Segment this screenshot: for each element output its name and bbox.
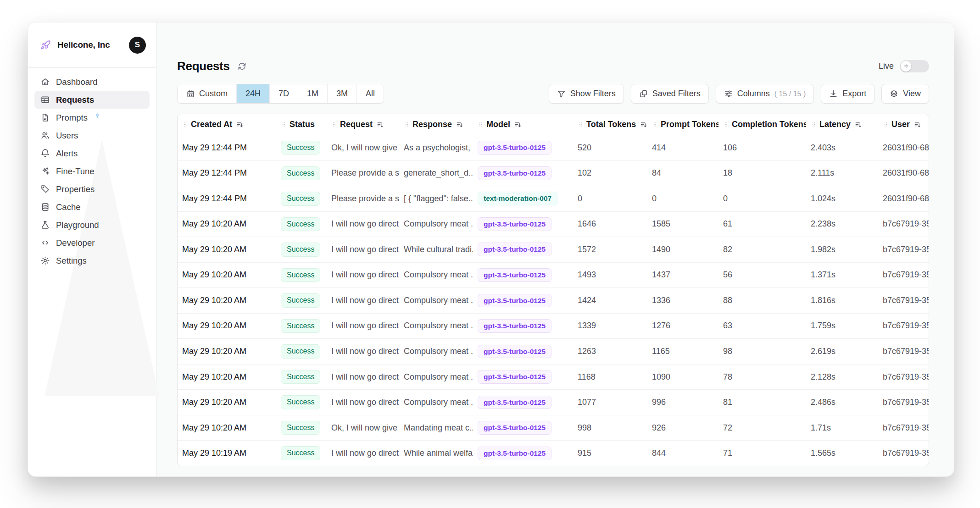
drag-handle-icon[interactable] (281, 121, 287, 127)
table-row[interactable]: May 29 12:44 PMSuccessOk, I will now giv… (178, 135, 929, 161)
sidebar-item-properties[interactable]: Properties (34, 180, 150, 198)
live-toggle[interactable] (900, 60, 929, 72)
cell-created-at: May 29 12:44 PM (178, 161, 276, 186)
cell-completion-tokens: 78 (718, 364, 806, 390)
cell-prompt-tokens: 0 (647, 186, 718, 211)
cell-completion-tokens: 98 (718, 339, 806, 364)
sidebar-item-alerts[interactable]: Alerts (34, 144, 150, 162)
cell-completion-tokens: 106 (718, 135, 806, 160)
show-filters-button[interactable]: Show Filters (549, 84, 624, 104)
drag-handle-icon[interactable] (883, 121, 889, 127)
sort-icon[interactable] (855, 121, 862, 128)
cell-response: Compulsory meat ... (399, 263, 473, 288)
sort-icon[interactable] (236, 121, 244, 128)
table-row[interactable]: May 29 12:44 PMSuccessPlease provide a s… (178, 161, 929, 187)
sort-icon[interactable] (456, 121, 463, 128)
table-row[interactable]: May 29 10:20 AMSuccessI will now go dire… (178, 364, 929, 390)
cell-response: generate_short_d... (399, 161, 473, 186)
column-header-created-at[interactable]: Created At (178, 114, 276, 135)
cell-created-at: May 29 10:20 AM (178, 339, 276, 364)
table-header-row: Created AtStatusRequestResponseModelTota… (178, 114, 929, 135)
sidebar-item-playground[interactable]: Playground (34, 216, 150, 234)
sidebar-item-users[interactable]: Users (34, 127, 150, 144)
table-row[interactable]: May 29 10:20 AMSuccessI will now go dire… (178, 263, 929, 288)
range-custom-button[interactable]: Custom (178, 84, 237, 103)
table-row[interactable]: May 29 10:20 AMSuccessI will now go dire… (178, 288, 929, 314)
sort-icon[interactable] (514, 121, 522, 128)
cell-model: gpt-3.5-turbo-0125 (473, 288, 573, 313)
cell-status: Success (276, 364, 327, 390)
cell-response: Compulsory meat ... (399, 288, 473, 313)
cell-total-tokens: 1263 (573, 339, 647, 364)
sidebar-item-fine-tune[interactable]: Fine-Tune (34, 162, 150, 180)
cell-request: I will now go direct... (327, 390, 399, 415)
cell-latency: 2.238s (806, 212, 878, 237)
column-header-request[interactable]: Request (327, 114, 399, 135)
sidebar-item-label: Fine-Tune (56, 166, 95, 177)
column-header-total-tokens[interactable]: Total Tokens (573, 114, 647, 135)
export-button[interactable]: Export (821, 84, 874, 104)
range-3m-button[interactable]: 3M (328, 84, 357, 103)
status-badge: Success (281, 319, 320, 333)
drag-handle-icon[interactable] (182, 121, 188, 127)
range-7d-button[interactable]: 7D (270, 84, 298, 103)
table-row[interactable]: May 29 10:20 AMSuccessI will now go dire… (178, 237, 929, 263)
drag-handle-icon[interactable] (478, 121, 484, 127)
column-label: Request (340, 120, 373, 129)
drag-handle-icon[interactable] (404, 121, 410, 127)
sidebar-item-prompts[interactable]: Prompts (34, 109, 150, 127)
cell-status: Success (276, 237, 327, 262)
drag-handle-icon[interactable] (652, 121, 658, 127)
column-header-completion-tokens[interactable]: Completion Tokens (718, 114, 806, 135)
cell-response: Compulsory meat ... (399, 390, 473, 415)
cell-created-at: May 29 10:20 AM (178, 212, 276, 237)
table-row[interactable]: May 29 10:19 AMSuccessI will now go dire… (178, 441, 929, 466)
range-24h-button[interactable]: 24H (237, 84, 270, 103)
column-header-user[interactable]: User (878, 114, 929, 135)
cell-created-at: May 29 10:20 AM (178, 288, 276, 313)
model-badge: gpt-3.5-turbo-0125 (478, 447, 551, 460)
sidebar-item-label: Settings (56, 256, 87, 266)
cell-created-at: May 29 10:20 AM (178, 390, 276, 415)
sidebar-item-cache[interactable]: Cache (34, 198, 150, 216)
table-row[interactable]: May 29 10:20 AMSuccessI will now go dire… (178, 314, 929, 339)
drag-handle-icon[interactable] (811, 121, 817, 127)
model-badge: gpt-3.5-turbo-0125 (478, 319, 551, 333)
saved-filters-button[interactable]: Saved Filters (631, 84, 709, 104)
cell-prompt-tokens: 1585 (647, 212, 718, 237)
sort-icon[interactable] (914, 121, 921, 128)
rocket-icon (40, 39, 51, 51)
column-label: Prompt Tokens (661, 120, 718, 129)
sidebar-item-requests[interactable]: Requests (34, 91, 150, 109)
avatar[interactable]: S (129, 37, 146, 54)
live-control: Live (879, 60, 929, 72)
drag-handle-icon[interactable] (578, 121, 584, 127)
column-header-prompt-tokens[interactable]: Prompt Tokens (647, 114, 718, 135)
gear-icon (40, 256, 50, 265)
sidebar-item-dashboard[interactable]: Dashboard (34, 73, 150, 91)
refresh-button[interactable] (237, 61, 247, 71)
org-switcher[interactable]: Helicone, Inc S (28, 22, 156, 68)
column-header-status[interactable]: Status (276, 114, 327, 135)
table-row[interactable]: May 29 10:20 AMSuccessI will now go dire… (178, 390, 929, 415)
drag-handle-icon[interactable] (331, 121, 337, 127)
table-row[interactable]: May 29 10:20 AMSuccessI will now go dire… (178, 339, 929, 364)
table-row[interactable]: May 29 10:20 AMSuccessOk, I will now giv… (178, 415, 929, 441)
cell-created-at: May 29 12:44 PM (178, 135, 276, 160)
drag-handle-icon[interactable] (723, 121, 729, 127)
table-row[interactable]: May 29 12:44 PMSuccessPlease provide a s… (178, 186, 929, 212)
sort-icon[interactable] (640, 121, 647, 128)
view-button[interactable]: View (881, 84, 929, 104)
columns-button[interactable]: Columns( 15 / 15 ) (716, 84, 814, 104)
table-row[interactable]: May 29 10:20 AMSuccessI will now go dire… (178, 212, 929, 237)
sidebar-item-developer[interactable]: Developer (34, 234, 150, 252)
status-badge: Success (281, 192, 320, 205)
column-header-latency[interactable]: Latency (806, 114, 878, 135)
column-header-model[interactable]: Model (473, 114, 573, 135)
column-header-response[interactable]: Response (399, 114, 473, 135)
range-1m-button[interactable]: 1M (298, 84, 328, 103)
refresh-icon (237, 61, 247, 71)
sort-icon[interactable] (377, 121, 384, 128)
range-all-button[interactable]: All (357, 84, 384, 103)
sidebar-item-settings[interactable]: Settings (34, 252, 150, 270)
